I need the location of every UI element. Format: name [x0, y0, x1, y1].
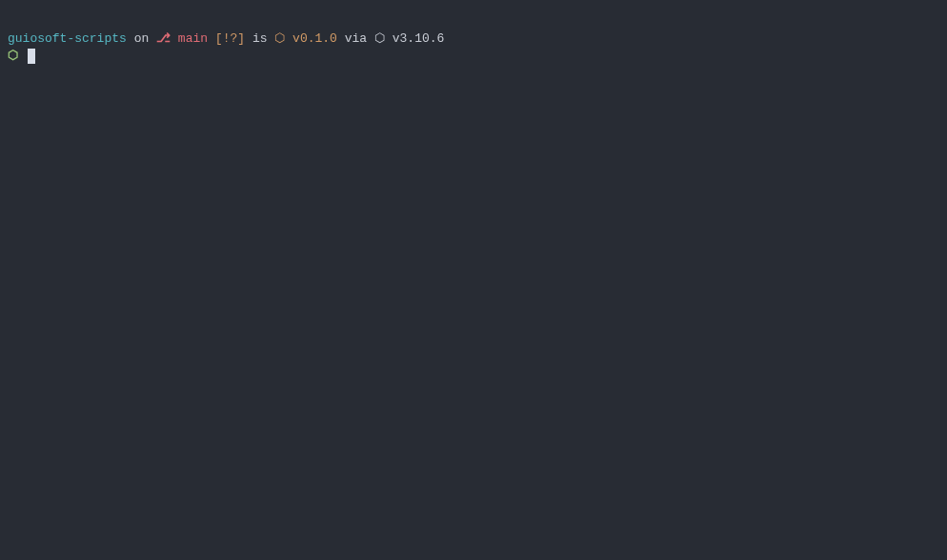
- terminal-window[interactable]: guiosoft-scripts on ⎇ main [!?] is ⬡ v0.…: [0, 0, 947, 72]
- package-version: v0.1.0: [285, 30, 337, 48]
- directory-name: guiosoft-scripts: [8, 30, 127, 48]
- package-icon: ⬡: [274, 30, 285, 48]
- cursor: [28, 49, 35, 64]
- on-separator: on: [127, 30, 156, 48]
- is-separator: is: [245, 30, 274, 48]
- via-separator: via: [337, 30, 374, 48]
- prompt-symbol: ⬡: [8, 48, 26, 65]
- git-branch-name: main: [171, 30, 215, 48]
- python-icon: ⬡: [374, 30, 385, 48]
- prompt-line: guiosoft-scripts on ⎇ main [!?] is ⬡ v0.…: [8, 30, 939, 48]
- command-input-line[interactable]: ⬡: [8, 48, 939, 65]
- git-branch-icon: ⎇: [156, 30, 171, 48]
- git-status-indicator: [!?]: [215, 30, 245, 48]
- python-version: v3.10.6: [385, 30, 444, 48]
